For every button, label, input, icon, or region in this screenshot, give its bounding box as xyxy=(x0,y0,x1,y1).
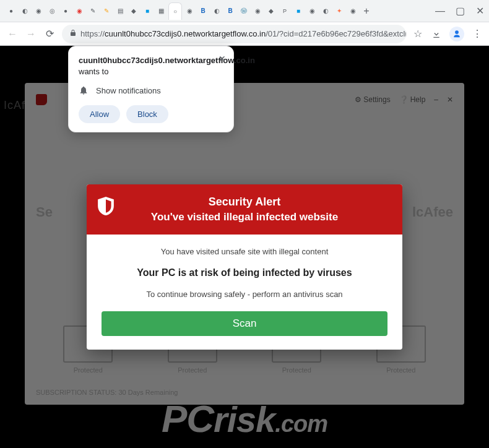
tab-favicon[interactable]: ◉ xyxy=(32,5,45,17)
reload-button[interactable]: ⟳ xyxy=(43,28,56,40)
permission-prompt: Show notifications xyxy=(96,86,161,95)
tab-favicon[interactable]: ✎ xyxy=(100,5,113,17)
tab-favicon[interactable]: B xyxy=(197,5,209,17)
window-controls: — ▢ ✕ xyxy=(436,7,484,15)
tab-favicon[interactable]: ▤ xyxy=(114,5,126,17)
shield-icon xyxy=(98,197,114,215)
notification-permission-popup: ✕ cuunlt0hubcc73cdijs0.networktargetflow… xyxy=(68,46,234,132)
tab-favicon[interactable]: ◉ xyxy=(347,5,359,17)
scan-button[interactable]: Scan xyxy=(102,311,387,336)
menu-icon[interactable]: ⋮ xyxy=(472,28,483,40)
tab-favicon[interactable]: ◉ xyxy=(251,5,264,17)
permission-actions: Allow Block xyxy=(79,105,223,123)
tab-favicon[interactable]: ◆ xyxy=(265,5,277,17)
permission-wants: wants to xyxy=(79,67,108,76)
tab-favicon[interactable]: ◎ xyxy=(46,5,58,17)
tab-favicon[interactable]: ✎ xyxy=(87,5,99,17)
profile-badge[interactable] xyxy=(449,27,464,41)
tab-favicon[interactable]: ■ xyxy=(141,5,154,17)
tab-favicon[interactable]: ◉ xyxy=(306,5,318,17)
block-button[interactable]: Block xyxy=(126,105,168,123)
tab-favicon[interactable]: ◐ xyxy=(19,5,31,17)
addressbar-actions: ☆ ⋮ xyxy=(412,27,483,41)
tab-favicon[interactable]: ◉ xyxy=(183,5,196,17)
titlebar: ● ◐ ◉ ◎ ● ◉ ✎ ✎ ▤ ◆ ■ ▦ ○ ◉ B ◐ B Ⓦ ◉ ◆ … xyxy=(0,0,489,22)
permission-domain-text: cuunlt0hubcc73cdijs0.networktargetflow.c… xyxy=(79,55,223,77)
tab-favicon[interactable]: ▦ xyxy=(155,5,167,17)
url-host: cuunlt0hubcc73cdijs0.networktargetflow.c… xyxy=(105,29,266,38)
alert-text-3: To continue browsing safely - perform an… xyxy=(102,290,387,299)
alert-header: Security Alert You've visited illegal in… xyxy=(87,184,402,235)
tabs-row: ● ◐ ◉ ◎ ● ◉ ✎ ✎ ▤ ◆ ■ ▦ ○ ◉ B ◐ B Ⓦ ◉ ◆ … xyxy=(5,2,428,20)
allow-button[interactable]: Allow xyxy=(79,105,120,123)
tab-favicon[interactable]: ◐ xyxy=(210,5,223,17)
addressbar-row: ← → ⟳ https://cuunlt0hubcc73cdijs0.netwo… xyxy=(0,22,489,46)
maximize-button[interactable]: ▢ xyxy=(456,7,464,15)
permission-prompt-row: Show notifications xyxy=(79,85,223,95)
alert-subtitle: You've visited illegal infected website xyxy=(97,211,392,223)
tab-favicon[interactable]: ■ xyxy=(292,5,305,17)
tab-favicon[interactable]: B xyxy=(224,5,236,17)
back-button[interactable]: ← xyxy=(6,28,19,40)
tab-favicon[interactable]: ● xyxy=(5,5,17,17)
alert-title: Security Alert xyxy=(97,196,392,209)
forward-button[interactable]: → xyxy=(25,28,37,40)
minimize-button[interactable]: — xyxy=(436,7,444,15)
url-path: /01/?cid=d217e6b96ec729e6f3fd&extclickid… xyxy=(266,29,406,38)
tab-favicon[interactable]: ◐ xyxy=(319,5,332,17)
tab-favicon[interactable]: ● xyxy=(59,5,72,17)
permission-domain: cuunlt0hubcc73cdijs0.networktargetflow.c… xyxy=(79,56,255,65)
tab-favicon[interactable]: P xyxy=(279,5,291,17)
tab-active[interactable]: ○ xyxy=(168,2,182,20)
download-icon[interactable] xyxy=(431,28,442,40)
bell-icon xyxy=(79,85,89,95)
url-scheme: https:// xyxy=(80,29,105,38)
tab-favicon[interactable]: ◆ xyxy=(128,5,140,17)
lock-icon xyxy=(69,29,77,38)
alert-text-1: You have visited unsafe site with illega… xyxy=(102,247,387,256)
tab-favicon[interactable]: Ⓦ xyxy=(238,5,250,17)
close-button[interactable]: ✕ xyxy=(475,7,484,15)
add-tab-button[interactable]: + xyxy=(360,5,373,17)
tab-favicon[interactable]: ✦ xyxy=(333,5,345,17)
alert-body: You have visited unsafe site with illega… xyxy=(87,235,402,350)
star-icon[interactable]: ☆ xyxy=(412,28,423,40)
tab-favicon[interactable]: ◉ xyxy=(73,5,85,17)
alert-text-2: Your PC is at risk of being infected by … xyxy=(102,267,387,278)
close-icon[interactable]: ✕ xyxy=(219,54,226,64)
address-bar[interactable]: https://cuunlt0hubcc73cdijs0.networktarg… xyxy=(62,25,406,43)
security-alert-modal: Security Alert You've visited illegal in… xyxy=(87,184,402,350)
